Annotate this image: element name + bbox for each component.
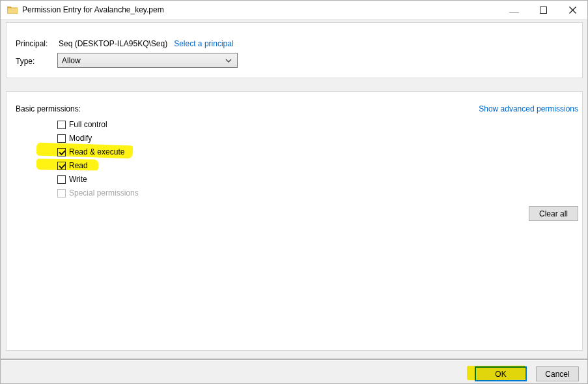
close-button[interactable] [558, 1, 587, 19]
type-dropdown[interactable]: Allow [57, 53, 238, 68]
select-principal-link[interactable]: Select a principal [174, 39, 233, 48]
show-advanced-permissions-link[interactable]: Show advanced permissions [479, 104, 578, 113]
principal-row: Principal: Seq (DESKTOP-ILA95KQ\Seq) Sel… [16, 39, 234, 48]
minimize-button[interactable] [499, 1, 529, 19]
type-dropdown-value: Allow [62, 56, 81, 65]
maximize-icon [540, 7, 547, 14]
checkbox-icon [57, 189, 66, 198]
checkbox-icon[interactable] [57, 175, 66, 184]
checkbox-row-read[interactable]: Read [57, 162, 139, 170]
type-row: Type: [16, 57, 59, 66]
minimize-icon [509, 12, 519, 13]
checkbox-row-special-permissions: Special permissions [57, 189, 139, 198]
window-controls [499, 1, 587, 19]
permission-entry-dialog: Permission Entry for Avalanche_key.pem P… [0, 0, 588, 384]
checkbox-icon[interactable] [57, 121, 66, 129]
checkbox-icon[interactable] [57, 162, 66, 170]
folder-icon [7, 5, 18, 14]
checkbox-row-modify[interactable]: Modify [57, 134, 139, 143]
ok-button[interactable]: OK [475, 366, 527, 381]
titlebar: Permission Entry for Avalanche_key.pem [1, 1, 587, 20]
close-icon [569, 7, 576, 14]
checkbox-row-write[interactable]: Write [57, 175, 139, 184]
window-title: Permission Entry for Avalanche_key.pem [22, 5, 164, 14]
basic-permissions-label: Basic permissions: [16, 104, 81, 113]
checkbox-row-full-control[interactable]: Full control [57, 121, 139, 129]
principal-type-panel: Principal: Seq (DESKTOP-ILA95KQ\Seq) Sel… [6, 22, 583, 78]
maximize-button[interactable] [529, 1, 558, 19]
checkbox-row-read-execute[interactable]: Read & execute [57, 148, 139, 156]
principal-label: Principal: [16, 39, 59, 48]
basic-permissions-panel: Basic permissions: Show advanced permiss… [6, 91, 583, 351]
cancel-button[interactable]: Cancel [536, 366, 579, 381]
permissions-list: Full control Modify Read & execute Read … [57, 121, 139, 203]
checkbox-icon[interactable] [57, 148, 66, 156]
principal-value: Seq (DESKTOP-ILA95KQ\Seq) [59, 39, 167, 48]
checkbox-icon[interactable] [57, 134, 66, 143]
chevron-down-icon [225, 59, 232, 63]
footer-divider [1, 359, 587, 361]
type-label: Type: [16, 57, 59, 66]
clear-all-button[interactable]: Clear all [529, 206, 578, 221]
